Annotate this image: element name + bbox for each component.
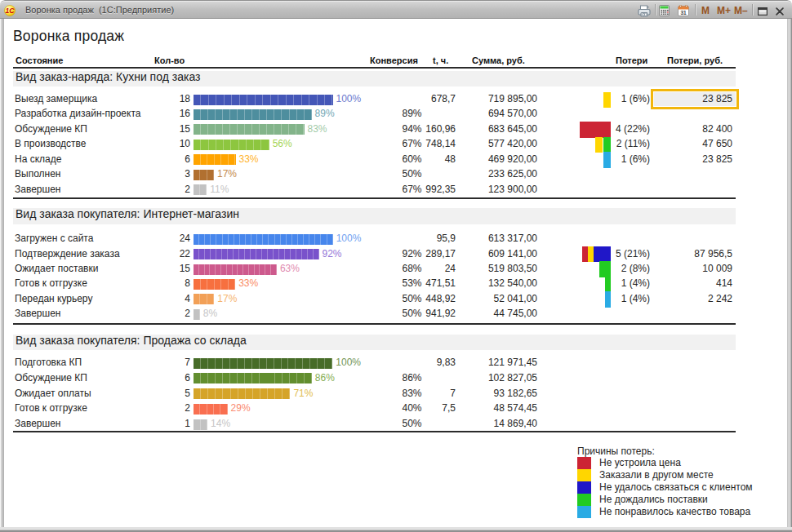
svg-text:31: 31: [680, 10, 687, 16]
svg-text:1С: 1С: [6, 7, 16, 15]
